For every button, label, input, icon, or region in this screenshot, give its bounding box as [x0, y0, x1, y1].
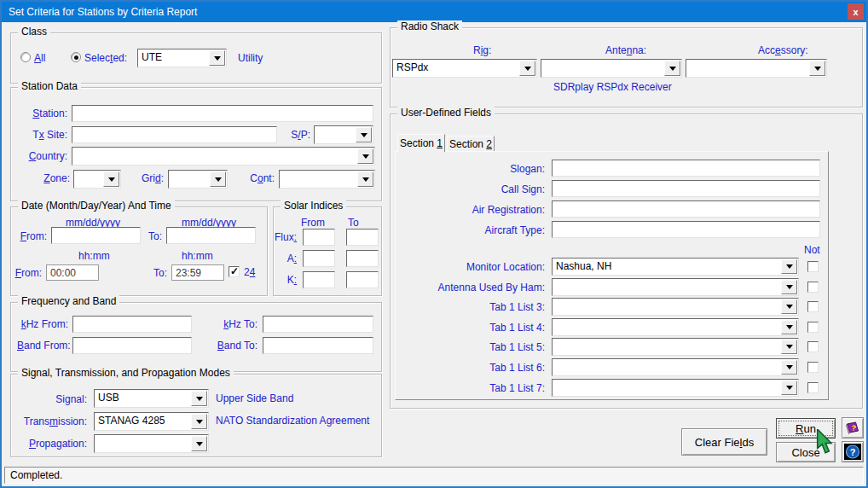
antenna-used-by-ham-combobox[interactable]	[552, 278, 799, 296]
tab1-list5-value	[553, 339, 780, 355]
date-to-input[interactable]	[166, 227, 256, 244]
country-combobox[interactable]	[72, 147, 375, 166]
monitor-location-not-checkbox[interactable]	[807, 261, 819, 272]
dropdown-arrow-icon	[664, 61, 680, 76]
run-button-label: Run	[796, 422, 816, 435]
tab1-list7-combobox[interactable]	[552, 379, 799, 397]
clear-fields-button[interactable]: Clear Fields	[681, 428, 767, 456]
help-book-button[interactable]: ?	[842, 417, 864, 439]
run-button[interactable]: Run	[776, 418, 836, 439]
date-to-label: To:	[136, 230, 162, 242]
dialog-window: Set Criteria for Stations by Criteria Re…	[0, 0, 868, 488]
tab1-list3-value	[553, 299, 780, 315]
rig-note: SDRplay RSPdx Receiver	[553, 81, 672, 93]
khz-from-label: kHz From:	[17, 318, 68, 330]
dropdown-arrow-icon	[357, 148, 373, 164]
cont-label: Cont:	[240, 172, 275, 184]
close-button[interactable]: Close	[776, 442, 836, 462]
sp-combobox[interactable]	[314, 125, 373, 144]
cont-combobox[interactable]	[279, 170, 375, 189]
zone-combobox[interactable]	[73, 170, 121, 189]
tab1-list6-value	[553, 359, 780, 375]
signal-combobox[interactable]: USB	[94, 389, 209, 408]
call-sign-input[interactable]	[552, 180, 820, 197]
tab1-list3-label: Tab 1 List 3:	[391, 301, 545, 313]
zone-combobox-value	[74, 171, 102, 188]
monitor-location-combobox[interactable]: Nashua, NH	[552, 258, 799, 276]
tab1-list3-combobox[interactable]	[552, 298, 799, 316]
tab-section-1[interactable]: Section 1	[397, 134, 445, 152]
transmission-combobox[interactable]: STANAG 4285	[94, 412, 209, 431]
tx-site-label: Tx Site:	[16, 129, 67, 141]
tab1-list6-not-checkbox[interactable]	[807, 362, 819, 373]
user-defined-fields-caption: User-Defined Fields	[397, 107, 495, 119]
tab1-list5-combobox[interactable]	[552, 338, 799, 356]
khz-to-input[interactable]	[263, 316, 373, 333]
band-to-input[interactable]	[263, 337, 373, 354]
grid-label: Grid:	[130, 172, 164, 184]
class-selected-label: Selected:	[84, 52, 127, 64]
propagation-label: Propagation:	[23, 438, 87, 450]
air-registration-input[interactable]	[552, 200, 820, 218]
dropdown-arrow-icon	[781, 320, 797, 334]
tab1-list4-not-checkbox[interactable]	[807, 322, 819, 333]
rig-combobox[interactable]: RSPdx	[392, 59, 537, 78]
radio-shack-caption: Radio Shack	[397, 20, 462, 32]
a-to-input[interactable]	[346, 250, 379, 267]
aircraft-type-input[interactable]	[552, 221, 820, 238]
flux-label: Flux:	[270, 231, 297, 243]
class-selected-radio[interactable]	[71, 52, 81, 62]
tab1-list3-not-checkbox[interactable]	[807, 301, 819, 312]
class-all-radio[interactable]	[20, 52, 31, 62]
svg-text:?: ?	[851, 423, 857, 433]
flux-to-input[interactable]	[346, 229, 379, 246]
station-input[interactable]	[72, 105, 373, 122]
station-label: Station:	[16, 107, 67, 119]
date-from-label: From:	[13, 230, 47, 242]
rig-combobox-value: RSPdx	[393, 60, 518, 77]
tx-site-input[interactable]	[72, 126, 277, 143]
country-label: Country:	[16, 150, 67, 162]
air-registration-label: Air Registration:	[391, 204, 545, 216]
help-button[interactable]: ?	[842, 441, 864, 462]
khz-from-input[interactable]	[72, 316, 192, 333]
class-combobox-value: UTE	[138, 49, 208, 67]
help-book-icon: ?	[845, 421, 860, 435]
tab1-list4-combobox[interactable]	[552, 318, 799, 336]
time-from-input[interactable]	[46, 264, 99, 281]
slogan-label: Slogan:	[391, 163, 545, 175]
dropdown-arrow-icon	[103, 171, 119, 187]
accessory-label: Accessory:	[758, 44, 808, 56]
tab1-list6-combobox[interactable]	[552, 358, 799, 376]
band-from-input[interactable]	[72, 337, 192, 354]
grid-combobox-value	[169, 171, 209, 188]
tab1-list7-value	[553, 380, 780, 396]
class-caption: Class	[18, 26, 50, 38]
close-window-button[interactable]: x	[848, 3, 864, 20]
class-combobox[interactable]: UTE	[137, 49, 227, 67]
accessory-combobox[interactable]	[686, 59, 827, 78]
tab-section-2[interactable]: Section 2	[447, 136, 495, 152]
dropdown-arrow-icon	[781, 360, 797, 375]
k-to-input[interactable]	[346, 271, 379, 288]
antenna-combobox-value	[541, 60, 663, 77]
antenna-combobox[interactable]	[541, 59, 682, 78]
propagation-combobox[interactable]	[94, 434, 209, 453]
title-bar: Set Criteria for Stations by Criteria Re…	[2, 2, 866, 22]
k-from-input[interactable]	[303, 271, 335, 288]
signal-combobox-value: USB	[95, 390, 190, 407]
solar-indices-caption: Solar Indices	[281, 200, 346, 212]
hours24-checkbox[interactable]	[229, 266, 240, 277]
grid-combobox[interactable]	[168, 170, 228, 189]
flux-from-input[interactable]	[303, 229, 335, 246]
tab1-list7-not-checkbox[interactable]	[807, 382, 819, 393]
time-to-input[interactable]	[171, 264, 224, 281]
tab1-list5-not-checkbox[interactable]	[807, 341, 819, 352]
window-title: Set Criteria for Stations by Criteria Re…	[9, 6, 197, 18]
slogan-input[interactable]	[552, 160, 820, 177]
sp-label: S/P:	[276, 129, 310, 141]
band-to-label: Band To:	[215, 340, 258, 351]
date-from-input[interactable]	[51, 227, 141, 244]
antenna-used-by-ham-not-checkbox[interactable]	[807, 282, 819, 293]
a-from-input[interactable]	[303, 250, 335, 267]
